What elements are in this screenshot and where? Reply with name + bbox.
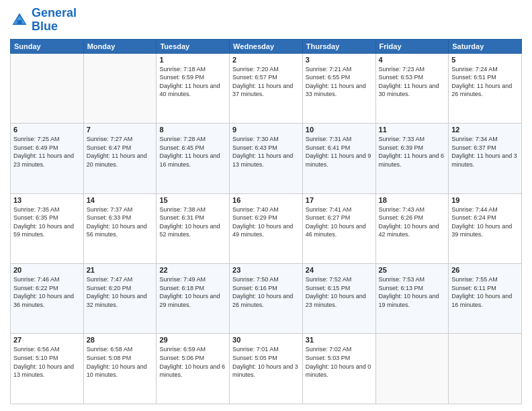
- calendar-week-1: 1Sunrise: 7:18 AM Sunset: 6:59 PM Daylig…: [11, 53, 522, 123]
- calendar-cell: 4Sunrise: 7:23 AM Sunset: 6:53 PM Daylig…: [375, 53, 449, 123]
- day-number: 4: [379, 56, 446, 64]
- logo: General Blue: [10, 7, 77, 34]
- day-number: 27: [13, 336, 81, 344]
- day-info: Sunrise: 7:33 AM Sunset: 6:39 PM Dayligh…: [379, 135, 446, 169]
- day-number: 3: [306, 56, 373, 64]
- day-info: Sunrise: 7:49 AM Sunset: 6:18 PM Dayligh…: [159, 275, 226, 309]
- day-info: Sunrise: 7:23 AM Sunset: 6:53 PM Dayligh…: [379, 65, 446, 99]
- calendar-cell: 18Sunrise: 7:43 AM Sunset: 6:26 PM Dayli…: [375, 193, 449, 263]
- calendar-cell: 16Sunrise: 7:40 AM Sunset: 6:29 PM Dayli…: [230, 193, 303, 263]
- calendar-week-2: 6Sunrise: 7:25 AM Sunset: 6:49 PM Daylig…: [11, 124, 522, 193]
- day-number: 20: [13, 266, 81, 274]
- day-info: Sunrise: 7:37 AM Sunset: 6:33 PM Dayligh…: [87, 205, 154, 239]
- day-number: 2: [232, 56, 300, 64]
- day-number: 12: [451, 126, 519, 134]
- calendar-cell: 19Sunrise: 7:44 AM Sunset: 6:24 PM Dayli…: [449, 193, 522, 263]
- day-info: Sunrise: 7:44 AM Sunset: 6:24 PM Dayligh…: [451, 205, 519, 239]
- calendar-cell: 1Sunrise: 7:18 AM Sunset: 6:59 PM Daylig…: [157, 53, 230, 123]
- day-info: Sunrise: 7:47 AM Sunset: 6:20 PM Dayligh…: [87, 275, 154, 309]
- day-info: Sunrise: 7:53 AM Sunset: 6:13 PM Dayligh…: [379, 275, 446, 309]
- day-number: 23: [232, 266, 300, 274]
- day-number: 25: [379, 266, 446, 274]
- svg-rect-2: [17, 20, 22, 25]
- calendar-cell: 11Sunrise: 7:33 AM Sunset: 6:39 PM Dayli…: [375, 124, 449, 193]
- day-info: Sunrise: 7:18 AM Sunset: 6:59 PM Dayligh…: [159, 65, 226, 99]
- day-info: Sunrise: 7:38 AM Sunset: 6:31 PM Dayligh…: [159, 205, 226, 239]
- calendar-week-3: 13Sunrise: 7:35 AM Sunset: 6:35 PM Dayli…: [11, 193, 522, 263]
- calendar-cell: 2Sunrise: 7:20 AM Sunset: 6:57 PM Daylig…: [230, 53, 303, 123]
- calendar-cell: 8Sunrise: 7:28 AM Sunset: 6:45 PM Daylig…: [157, 124, 230, 193]
- calendar-cell: 13Sunrise: 7:35 AM Sunset: 6:35 PM Dayli…: [11, 193, 84, 263]
- calendar-cell: [449, 334, 522, 404]
- header: General Blue: [10, 7, 522, 34]
- day-number: 17: [306, 196, 373, 204]
- day-number: 6: [13, 126, 81, 134]
- calendar-cell: 14Sunrise: 7:37 AM Sunset: 6:33 PM Dayli…: [83, 193, 157, 263]
- day-header-saturday: Saturday: [449, 39, 522, 53]
- calendar-week-4: 20Sunrise: 7:46 AM Sunset: 6:22 PM Dayli…: [11, 264, 522, 334]
- day-info: Sunrise: 7:50 AM Sunset: 6:16 PM Dayligh…: [232, 275, 300, 309]
- day-info: Sunrise: 7:43 AM Sunset: 6:26 PM Dayligh…: [379, 205, 446, 239]
- day-number: 7: [87, 126, 154, 134]
- calendar-cell: 26Sunrise: 7:55 AM Sunset: 6:11 PM Dayli…: [449, 264, 522, 334]
- day-number: 30: [232, 336, 300, 344]
- calendar-cell: 9Sunrise: 7:30 AM Sunset: 6:43 PM Daylig…: [230, 124, 303, 193]
- day-info: Sunrise: 7:27 AM Sunset: 6:47 PM Dayligh…: [87, 135, 154, 169]
- day-header-wednesday: Wednesday: [230, 39, 303, 53]
- day-number: 10: [306, 126, 373, 134]
- calendar-cell: 24Sunrise: 7:52 AM Sunset: 6:15 PM Dayli…: [302, 264, 375, 334]
- day-info: Sunrise: 7:55 AM Sunset: 6:11 PM Dayligh…: [451, 275, 519, 309]
- calendar-cell: 31Sunrise: 7:02 AM Sunset: 5:03 PM Dayli…: [302, 334, 375, 404]
- calendar-cell: [83, 53, 157, 123]
- day-number: 19: [451, 196, 519, 204]
- calendar-week-5: 27Sunrise: 6:56 AM Sunset: 5:10 PM Dayli…: [11, 334, 522, 404]
- day-header-monday: Monday: [83, 39, 157, 53]
- day-info: Sunrise: 6:59 AM Sunset: 5:06 PM Dayligh…: [159, 345, 226, 379]
- day-info: Sunrise: 7:46 AM Sunset: 6:22 PM Dayligh…: [13, 275, 81, 309]
- logo-icon: [10, 11, 29, 30]
- calendar-cell: 28Sunrise: 6:58 AM Sunset: 5:08 PM Dayli…: [83, 334, 157, 404]
- day-number: 11: [379, 126, 446, 134]
- day-header-friday: Friday: [375, 39, 449, 53]
- calendar-cell: 21Sunrise: 7:47 AM Sunset: 6:20 PM Dayli…: [83, 264, 157, 334]
- day-number: 9: [232, 126, 300, 134]
- day-number: 28: [87, 336, 154, 344]
- calendar-cell: 23Sunrise: 7:50 AM Sunset: 6:16 PM Dayli…: [230, 264, 303, 334]
- day-header-sunday: Sunday: [11, 39, 84, 53]
- calendar-cell: 20Sunrise: 7:46 AM Sunset: 6:22 PM Dayli…: [11, 264, 84, 334]
- day-number: 16: [232, 196, 300, 204]
- day-info: Sunrise: 7:21 AM Sunset: 6:55 PM Dayligh…: [306, 65, 373, 99]
- day-header-tuesday: Tuesday: [157, 39, 230, 53]
- day-info: Sunrise: 6:56 AM Sunset: 5:10 PM Dayligh…: [13, 345, 81, 379]
- day-info: Sunrise: 6:58 AM Sunset: 5:08 PM Dayligh…: [87, 345, 154, 379]
- calendar-table: SundayMondayTuesdayWednesdayThursdayFrid…: [10, 39, 522, 404]
- calendar-cell: 12Sunrise: 7:34 AM Sunset: 6:37 PM Dayli…: [449, 124, 522, 193]
- day-info: Sunrise: 7:41 AM Sunset: 6:27 PM Dayligh…: [306, 205, 373, 239]
- day-info: Sunrise: 7:31 AM Sunset: 6:41 PM Dayligh…: [306, 135, 373, 169]
- calendar-cell: [11, 53, 84, 123]
- day-info: Sunrise: 7:02 AM Sunset: 5:03 PM Dayligh…: [306, 345, 373, 379]
- day-number: 14: [87, 196, 154, 204]
- day-info: Sunrise: 7:25 AM Sunset: 6:49 PM Dayligh…: [13, 135, 81, 169]
- day-number: 21: [87, 266, 154, 274]
- day-number: 26: [451, 266, 519, 274]
- day-info: Sunrise: 7:24 AM Sunset: 6:51 PM Dayligh…: [451, 65, 519, 99]
- calendar-cell: 25Sunrise: 7:53 AM Sunset: 6:13 PM Dayli…: [375, 264, 449, 334]
- day-info: Sunrise: 7:52 AM Sunset: 6:15 PM Dayligh…: [306, 275, 373, 309]
- day-header-thursday: Thursday: [302, 39, 375, 53]
- day-info: Sunrise: 7:28 AM Sunset: 6:45 PM Dayligh…: [159, 135, 226, 169]
- day-number: 5: [451, 56, 519, 64]
- calendar-cell: 10Sunrise: 7:31 AM Sunset: 6:41 PM Dayli…: [302, 124, 375, 193]
- calendar-cell: 30Sunrise: 7:01 AM Sunset: 5:05 PM Dayli…: [230, 334, 303, 404]
- day-number: 1: [159, 56, 226, 64]
- day-number: 29: [159, 336, 226, 344]
- calendar-cell: 27Sunrise: 6:56 AM Sunset: 5:10 PM Dayli…: [11, 334, 84, 404]
- day-number: 24: [306, 266, 373, 274]
- calendar-cell: 29Sunrise: 6:59 AM Sunset: 5:06 PM Dayli…: [157, 334, 230, 404]
- day-info: Sunrise: 7:30 AM Sunset: 6:43 PM Dayligh…: [232, 135, 300, 169]
- day-info: Sunrise: 7:20 AM Sunset: 6:57 PM Dayligh…: [232, 65, 300, 99]
- day-number: 15: [159, 196, 226, 204]
- calendar-cell: 5Sunrise: 7:24 AM Sunset: 6:51 PM Daylig…: [449, 53, 522, 123]
- calendar-cell: 15Sunrise: 7:38 AM Sunset: 6:31 PM Dayli…: [157, 193, 230, 263]
- day-info: Sunrise: 7:01 AM Sunset: 5:05 PM Dayligh…: [232, 345, 300, 379]
